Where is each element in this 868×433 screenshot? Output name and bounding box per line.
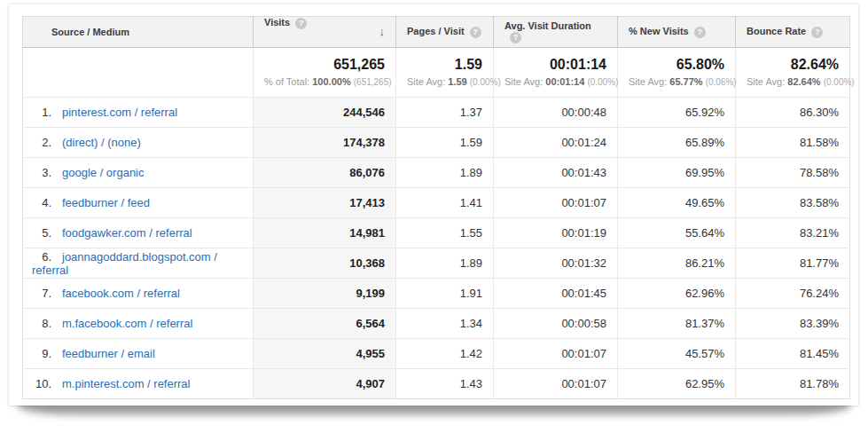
pct-new-visits-cell: 69.95%: [618, 158, 736, 188]
pct-new-visits-cell: 86.21%: [618, 248, 736, 279]
pct-new-visits-cell: 45.57%: [618, 339, 736, 369]
source-medium-link[interactable]: pinterest.com / referral: [62, 106, 177, 119]
column-label: Pages / Visit: [407, 26, 465, 36]
table-row: 10.m.pinterest.com / referral 4,907 1.43…: [23, 369, 850, 399]
help-icon[interactable]: ?: [510, 32, 521, 43]
column-label: % New Visits: [629, 26, 689, 36]
help-icon[interactable]: ?: [694, 27, 706, 38]
row-rank: 9.: [32, 347, 51, 360]
bounce-rate-cell: 81.77%: [736, 248, 850, 279]
source-medium-cell: 2.(direct) / (none): [23, 128, 254, 158]
totals-bounce-rate: 82.64% Site Avg: 82.64% (0.00%): [736, 48, 850, 98]
visits-cell: 86,076: [254, 158, 396, 188]
source-medium-cell: 10.m.pinterest.com / referral: [23, 369, 254, 399]
row-rank: 7.: [32, 287, 51, 300]
pages-per-visit-cell: 1.34: [396, 309, 494, 339]
column-header-visits[interactable]: ↓ Visits?: [254, 17, 396, 48]
pages-per-visit-cell: 1.91: [396, 279, 494, 309]
report-card: Source / Medium ↓ Visits? Pages / Visit?…: [9, 4, 858, 405]
visits-cell: 10,368: [254, 248, 396, 279]
source-medium-link[interactable]: m.pinterest.com / referral: [62, 377, 191, 390]
row-rank: 4.: [32, 196, 51, 209]
pct-new-visits-cell: 62.96%: [618, 279, 736, 309]
row-rank: 3.: [32, 166, 51, 179]
pct-new-visits-cell: 65.89%: [618, 128, 736, 158]
totals-avg-duration: 00:01:14 Site Avg: 00:01:14 (0.00%): [494, 48, 618, 98]
source-medium-link[interactable]: feedburner / feed: [62, 196, 150, 209]
visits-cell: 14,981: [254, 218, 396, 248]
source-medium-link[interactable]: (direct) / (none): [62, 136, 141, 149]
totals-visits: 651,265 % of Total: 100.00% (651,265): [254, 48, 396, 98]
column-header-avg-visit-duration[interactable]: Avg. Visit Duration?: [494, 17, 618, 48]
avg-duration-cell: 00:01:45: [494, 279, 618, 309]
table-row: 6.joannagoddard.blogspot.com / referral …: [23, 248, 850, 279]
total-pages-value: 1.59: [407, 56, 482, 74]
visits-cell: 6,564: [254, 309, 396, 339]
avg-duration-cell: 00:01:32: [494, 248, 618, 279]
source-medium-link[interactable]: m.facebook.com / referral: [62, 317, 192, 330]
column-header-pages-per-visit[interactable]: Pages / Visit?: [396, 17, 494, 48]
pages-per-visit-cell: 1.89: [396, 158, 494, 188]
pages-per-visit-cell: 1.55: [396, 218, 494, 248]
source-medium-link[interactable]: joannagoddard.blogspot.com / referral: [32, 250, 217, 277]
bounce-rate-cell: 83.21%: [736, 218, 850, 248]
table-row: 4.feedburner / feed 17,413 1.41 00:01:07…: [23, 188, 850, 218]
visits-cell: 17,413: [254, 188, 396, 218]
row-rank: 8.: [32, 317, 51, 330]
table-header-row: Source / Medium ↓ Visits? Pages / Visit?…: [23, 17, 850, 48]
row-rank: 2.: [32, 136, 51, 149]
avg-duration-cell: 00:01:07: [494, 339, 618, 369]
pages-per-visit-cell: 1.89: [396, 248, 494, 279]
source-medium-cell: 5.foodgawker.com / referral: [23, 218, 254, 248]
totals-pages-per-visit: 1.59 Site Avg: 1.59 (0.00%): [396, 48, 494, 98]
total-new-visits-value: 65.80%: [629, 56, 724, 74]
avg-duration-cell: 00:01:24: [494, 128, 618, 158]
table-row: 7.facebook.com / referral 9,199 1.91 00:…: [23, 279, 850, 309]
table-row: 9.feedburner / email 4,955 1.42 00:01:07…: [23, 339, 850, 369]
avg-duration-cell: 00:00:48: [494, 98, 618, 128]
pages-per-visit-cell: 1.37: [396, 98, 494, 128]
avg-duration-cell: 00:01:07: [494, 188, 618, 218]
table-row: 8.m.facebook.com / referral 6,564 1.34 0…: [23, 309, 850, 339]
column-label: Avg. Visit Duration: [504, 20, 591, 31]
totals-row: 651,265 % of Total: 100.00% (651,265) 1.…: [23, 48, 850, 98]
help-icon[interactable]: ?: [295, 18, 307, 29]
total-bounce-value: 82.64%: [747, 56, 839, 74]
source-medium-cell: 1.pinterest.com / referral: [23, 98, 254, 128]
pct-new-visits-cell: 55.64%: [618, 218, 736, 248]
total-new-visits-subtext: Site Avg: 65.77% (0.06%): [629, 76, 724, 87]
bounce-rate-cell: 83.58%: [736, 188, 850, 218]
source-medium-link[interactable]: google / organic: [62, 166, 145, 179]
column-header-pct-new-visits[interactable]: % New Visits?: [618, 17, 736, 48]
avg-duration-cell: 00:01:43: [494, 158, 618, 188]
help-icon[interactable]: ?: [811, 27, 823, 38]
source-medium-link[interactable]: facebook.com / referral: [62, 287, 180, 300]
total-bounce-subtext: Site Avg: 82.64% (0.00%): [747, 76, 839, 87]
avg-duration-cell: 00:00:58: [494, 309, 618, 339]
source-medium-cell: 4.feedburner / feed: [23, 188, 254, 218]
sort-descending-icon[interactable]: ↓: [379, 17, 386, 47]
column-header-source-medium[interactable]: Source / Medium: [23, 17, 254, 48]
column-label: Visits: [264, 17, 290, 28]
pages-per-visit-cell: 1.43: [396, 369, 494, 399]
source-medium-cell: 7.facebook.com / referral: [23, 279, 254, 309]
column-label: Source / Medium: [51, 27, 129, 37]
total-pages-subtext: Site Avg: 1.59 (0.00%): [407, 76, 482, 87]
pages-per-visit-cell: 1.41: [396, 188, 494, 218]
table-row: 3.google / organic 86,076 1.89 00:01:43 …: [23, 158, 850, 188]
pct-new-visits-cell: 81.37%: [618, 309, 736, 339]
visits-cell: 9,199: [254, 279, 396, 309]
total-visits-value: 651,265: [264, 56, 385, 74]
help-icon[interactable]: ?: [470, 27, 481, 38]
column-header-bounce-rate[interactable]: Bounce Rate?: [736, 17, 850, 48]
source-medium-link[interactable]: feedburner / email: [62, 347, 155, 360]
pct-new-visits-cell: 62.95%: [618, 369, 736, 399]
bounce-rate-cell: 83.39%: [736, 309, 850, 339]
column-label: Bounce Rate: [747, 26, 806, 36]
totals-empty-cell: [23, 48, 254, 98]
total-duration-subtext: Site Avg: 00:01:14 (0.00%): [504, 76, 606, 87]
pages-per-visit-cell: 1.42: [396, 339, 494, 369]
source-medium-cell: 6.joannagoddard.blogspot.com / referral: [23, 248, 254, 279]
source-medium-link[interactable]: foodgawker.com / referral: [62, 226, 192, 240]
bounce-rate-cell: 81.45%: [736, 339, 850, 369]
